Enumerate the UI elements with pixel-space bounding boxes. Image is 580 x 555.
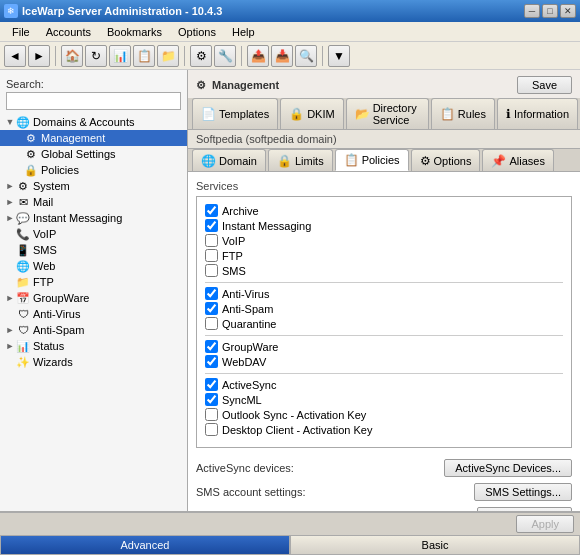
sms-settings-button[interactable]: SMS Settings... xyxy=(474,483,572,501)
advanced-button[interactable]: Advanced xyxy=(0,535,290,555)
sidebar-item-instant-messaging[interactable]: ► 💬 Instant Messaging xyxy=(0,210,187,226)
tab-rules[interactable]: 📋 Rules xyxy=(431,98,495,129)
info-tab-icon: ℹ xyxy=(506,107,511,121)
sidebar-item-voip[interactable]: 📞 VoIP xyxy=(0,226,187,242)
apply-area: Apply xyxy=(0,512,580,535)
page-title: Management xyxy=(212,79,279,91)
service-check-sms[interactable] xyxy=(205,264,218,277)
tab-directory-service[interactable]: 📂 Directory Service xyxy=(346,98,429,129)
service-row-im: Instant Messaging xyxy=(205,218,563,233)
panel-body: Services Archive Instant Messaging VoIP xyxy=(188,172,580,511)
toolbar-btn-6[interactable]: ⚙ xyxy=(190,45,212,67)
sms-account-label: SMS account settings: xyxy=(196,486,474,498)
basic-button[interactable]: Basic xyxy=(290,535,580,555)
back-button[interactable]: ◄ xyxy=(4,45,26,67)
forward-button[interactable]: ► xyxy=(28,45,50,67)
toolbar-btn-11[interactable]: ▼ xyxy=(328,45,350,67)
separator-2 xyxy=(205,335,563,336)
tab-policies-label: Policies xyxy=(362,154,400,166)
service-check-activesync[interactable] xyxy=(205,378,218,391)
service-check-webdav[interactable] xyxy=(205,355,218,368)
sidebar-item-groupware[interactable]: ► 📅 GroupWare xyxy=(0,290,187,306)
ftp-icon: 📁 xyxy=(16,275,30,289)
sidebar-item-global-settings[interactable]: ⚙ Global Settings xyxy=(0,146,187,162)
sidebar-item-mail[interactable]: ► ✉ Mail xyxy=(0,194,187,210)
menu-bar: File Accounts Bookmarks Options Help xyxy=(0,22,580,42)
service-check-desktop-client[interactable] xyxy=(205,423,218,436)
sidebar-item-status[interactable]: ► 📊 Status xyxy=(0,338,187,354)
apply-button[interactable]: Apply xyxy=(516,515,574,533)
sidebar-item-web[interactable]: 🌐 Web xyxy=(0,258,187,274)
bottom-bar: Apply Advanced Basic English 🔒 Managemen… xyxy=(0,511,580,555)
maximize-button[interactable]: □ xyxy=(542,4,558,18)
sidebar-item-anti-spam[interactable]: ► 🛡 Anti-Spam xyxy=(0,322,187,338)
activesync-devices-label: ActiveSync devices: xyxy=(196,462,444,474)
service-check-outlook-sync[interactable] xyxy=(205,408,218,421)
tab-dkim[interactable]: 🔒 DKIM xyxy=(280,98,344,129)
toolbar-btn-7[interactable]: 🔧 xyxy=(214,45,236,67)
menu-options[interactable]: Options xyxy=(170,24,224,40)
tab-domain[interactable]: 🌐 Domain xyxy=(192,149,266,171)
service-check-quarantine[interactable] xyxy=(205,317,218,330)
service-check-im[interactable] xyxy=(205,219,218,232)
service-check-archive[interactable] xyxy=(205,204,218,217)
minimize-button[interactable]: ─ xyxy=(524,4,540,18)
sidebar-item-domains[interactable]: ▼ 🌐 Domains & Accounts xyxy=(0,114,187,130)
sidebar-item-system[interactable]: ► ⚙ System xyxy=(0,178,187,194)
tab-limits[interactable]: 🔒 Limits xyxy=(268,149,333,171)
service-row-ftp: FTP xyxy=(205,248,563,263)
toolbar-btn-5[interactable]: 📁 xyxy=(157,45,179,67)
global-settings-icon: ⚙ xyxy=(24,147,38,161)
close-button[interactable]: ✕ xyxy=(560,4,576,18)
expand-icon-domains: ▼ xyxy=(4,116,16,128)
expand-icon-av xyxy=(4,308,16,320)
service-check-av[interactable] xyxy=(205,287,218,300)
service-check-voip[interactable] xyxy=(205,234,218,247)
sidebar-item-anti-virus[interactable]: 🛡 Anti-Virus xyxy=(0,306,187,322)
mail-icon: ✉ xyxy=(16,195,30,209)
toolbar-btn-4[interactable]: 📋 xyxy=(133,45,155,67)
toolbar-btn-3[interactable]: 📊 xyxy=(109,45,131,67)
service-check-ftp[interactable] xyxy=(205,249,218,262)
save-button[interactable]: Save xyxy=(517,76,572,94)
menu-bookmarks[interactable]: Bookmarks xyxy=(99,24,170,40)
refresh-button[interactable]: ↻ xyxy=(85,45,107,67)
wizards-icon: ✨ xyxy=(16,355,30,369)
sidebar-label-management: Management xyxy=(41,132,105,144)
antispam-icon: 🛡 xyxy=(16,323,30,337)
tab-options[interactable]: ⚙ Options xyxy=(411,149,481,171)
home-button[interactable]: 🏠 xyxy=(61,45,83,67)
service-check-antispam[interactable] xyxy=(205,302,218,315)
tab-policies[interactable]: 📋 Policies xyxy=(335,149,409,171)
sidebar-label-policies: Policies xyxy=(41,164,79,176)
toolbar-btn-10[interactable]: 🔍 xyxy=(295,45,317,67)
tab-information[interactable]: ℹ Information xyxy=(497,98,578,129)
sidebar-label-sms: SMS xyxy=(33,244,57,256)
search-area: Search: xyxy=(0,74,187,114)
sidebar-item-sms[interactable]: 📱 SMS xyxy=(0,242,187,258)
sidebar-item-ftp[interactable]: 📁 FTP xyxy=(0,274,187,290)
service-check-syncml[interactable] xyxy=(205,393,218,406)
sidebar-label-wizards: Wizards xyxy=(33,356,73,368)
menu-help[interactable]: Help xyxy=(224,24,263,40)
service-group-1: Archive Instant Messaging VoIP FTP xyxy=(205,203,563,278)
menu-file[interactable]: File xyxy=(4,24,38,40)
tab-templates[interactable]: 📄 Templates xyxy=(192,98,278,129)
tab-aliases[interactable]: 📌 Aliases xyxy=(482,149,553,171)
search-input[interactable] xyxy=(6,92,181,110)
toolbar-btn-8[interactable]: 📤 xyxy=(247,45,269,67)
expand-icon-management xyxy=(12,132,24,144)
sidebar-item-wizards[interactable]: ✨ Wizards xyxy=(0,354,187,370)
service-row-antispam: Anti-Spam xyxy=(205,301,563,316)
expand-icon-mail: ► xyxy=(4,196,16,208)
toolbar-btn-9[interactable]: 📥 xyxy=(271,45,293,67)
aliases-tab-icon: 📌 xyxy=(491,154,506,168)
sidebar-item-management[interactable]: ⚙ Management xyxy=(0,130,187,146)
activesync-devices-button[interactable]: ActiveSync Devices... xyxy=(444,459,572,477)
sidebar-item-policies[interactable]: 🔒 Policies xyxy=(0,162,187,178)
ftp-settings-button[interactable]: FTP Settings... xyxy=(477,507,572,511)
sidebar-label-status: Status xyxy=(33,340,64,352)
menu-accounts[interactable]: Accounts xyxy=(38,24,99,40)
service-check-groupware[interactable] xyxy=(205,340,218,353)
service-row-activesync: ActiveSync xyxy=(205,377,563,392)
